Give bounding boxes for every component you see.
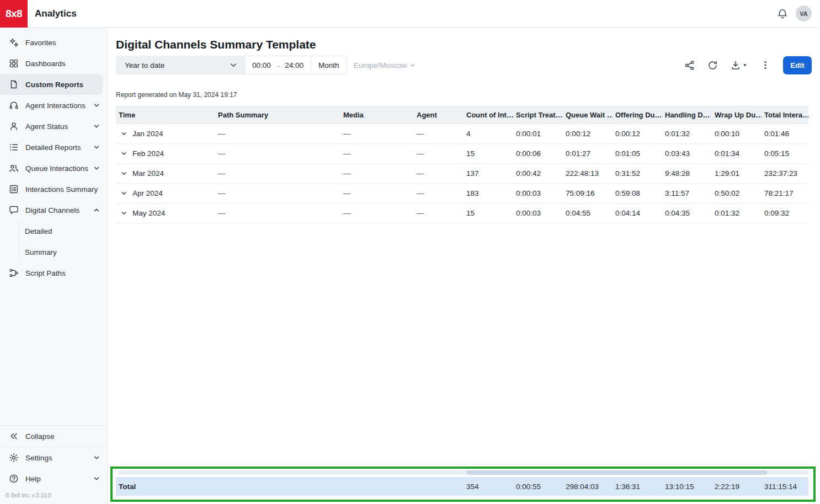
sidebar-item-summary[interactable]: Summary — [19, 242, 107, 262]
notifications-bell-icon[interactable] — [777, 8, 788, 19]
total-handling: 13:10:15 — [662, 482, 712, 491]
sidebar-item-dashboards[interactable]: Dashboards — [0, 53, 107, 74]
table-row[interactable]: Feb 2024 — — — 15 0:00:06 0:01:27 0:01:0… — [116, 144, 808, 164]
column-header-total[interactable]: Total Intera… — [762, 111, 808, 119]
sidebar-subitem-label: Detailed — [25, 227, 52, 235]
sidebar-item-label: Favorites — [25, 39, 56, 47]
total-count: 354 — [464, 482, 513, 491]
cell-handling: 0:03:43 — [662, 149, 712, 158]
cell-count: 15 — [464, 209, 513, 217]
sidebar-item-label: Agent Status — [25, 122, 68, 131]
column-header-handling[interactable]: Handling D… — [662, 111, 712, 119]
sidebar-collapse-button[interactable]: Collapse — [0, 426, 107, 447]
cell-media: — — [340, 149, 414, 158]
granularity-control[interactable]: Month — [311, 56, 347, 74]
sidebar-item-detailed-reports[interactable]: Detailed Reports — [0, 137, 107, 158]
column-header-queue-wait[interactable]: Queue Wait … — [563, 111, 613, 119]
cell-time: May 2024 — [132, 209, 165, 217]
total-offering: 1:36:31 — [613, 482, 662, 491]
sidebar-item-interactions-summary[interactable]: Interactions Summary — [0, 179, 107, 200]
chevron-down-icon — [93, 122, 100, 130]
app-layout: Favorites Dashboards Custom Reports Agen… — [0, 28, 820, 504]
column-header-wrap-up[interactable]: Wrap Up Du… — [712, 111, 762, 119]
download-icon[interactable] — [731, 60, 748, 70]
time-arrow: → — [274, 61, 282, 69]
sidebar-item-agent-interactions[interactable]: Agent Interactions — [0, 95, 107, 116]
row-expand-chevron-icon[interactable] — [120, 150, 127, 157]
sidebar: Favorites Dashboards Custom Reports Agen… — [0, 28, 108, 504]
total-wrap-up: 2:22:19 — [712, 482, 762, 491]
column-header-script-treatment[interactable]: Script Treat… — [513, 111, 563, 119]
row-expand-chevron-icon[interactable] — [120, 130, 127, 137]
sidebar-item-settings[interactable]: Settings — [0, 447, 107, 468]
cell-script-treatment: 0:00:42 — [513, 169, 563, 178]
cell-media: — — [340, 169, 414, 178]
row-expand-chevron-icon[interactable] — [120, 210, 127, 217]
table-row[interactable]: Apr 2024 — — — 183 0:00:03 75:09:16 0:59… — [116, 184, 808, 203]
people-icon — [9, 163, 19, 173]
cell-time: Mar 2024 — [132, 169, 164, 178]
sidebar-item-label: Interactions Summary — [25, 185, 98, 194]
report-table: Time Path Summary Media Agent Count of I… — [116, 106, 808, 223]
refresh-icon[interactable] — [707, 60, 718, 71]
sidebar-item-script-paths[interactable]: Script Paths — [0, 262, 107, 283]
cell-count: 183 — [464, 189, 513, 197]
brand-logo[interactable]: 8x8 — [0, 0, 28, 28]
flow-icon — [9, 268, 19, 278]
column-header-path-summary[interactable]: Path Summary — [215, 111, 340, 119]
sidebar-item-custom-reports[interactable]: Custom Reports — [0, 74, 103, 95]
cell-script-treatment: 0:00:01 — [513, 130, 563, 138]
chevron-down-icon — [229, 61, 238, 69]
cell-agent: — — [414, 209, 464, 217]
cell-wrap-up: 1:29:01 — [712, 169, 762, 178]
column-header-agent[interactable]: Agent — [414, 111, 464, 119]
sidebar-item-agent-status[interactable]: Agent Status — [0, 116, 107, 137]
cell-count: 4 — [464, 130, 513, 138]
total-queue-wait: 298:04:03 — [563, 482, 613, 491]
time-range-control[interactable]: 00:00 → 24:00 — [244, 56, 311, 74]
sidebar-item-digital-channels[interactable]: Digital Channels — [0, 200, 107, 221]
row-expand-chevron-icon[interactable] — [120, 190, 127, 197]
row-expand-chevron-icon[interactable] — [120, 170, 127, 177]
chat-bubble-icon — [9, 205, 19, 215]
custom-reports-icon — [9, 79, 19, 89]
sidebar-item-queue-interactions[interactable]: Queue Interactions — [0, 158, 107, 179]
table-row[interactable]: Mar 2024 — — — 137 0:00:42 222:48:13 0:3… — [116, 164, 808, 184]
cell-media: — — [340, 130, 414, 138]
sidebar-item-label: Script Paths — [25, 269, 66, 277]
sidebar-item-favorites[interactable]: Favorites — [0, 32, 107, 53]
cell-media: — — [340, 209, 414, 217]
total-interaction-duration: 311:15:14 — [762, 482, 808, 491]
table-row[interactable]: May 2024 — — — 15 0:00:03 0:04:55 0:04:1… — [116, 203, 808, 223]
cell-path-summary: — — [215, 149, 340, 158]
column-header-media[interactable]: Media — [340, 111, 414, 119]
chevron-down-icon — [409, 62, 416, 68]
horizontal-scrollbar-thumb[interactable] — [466, 470, 767, 475]
horizontal-scrollbar[interactable] — [119, 470, 808, 475]
chevron-down-icon — [93, 164, 100, 172]
cell-wrap-up: 0:00:10 — [712, 130, 762, 138]
column-header-offering[interactable]: Offering Du… — [613, 111, 662, 119]
sidebar-item-label: Help — [25, 475, 41, 483]
share-icon[interactable] — [684, 60, 695, 71]
table-row[interactable]: Jan 2024 — — — 4 0:00:01 0:00:12 0:00:12… — [116, 124, 808, 144]
edit-button[interactable]: Edit — [783, 56, 812, 74]
cell-time: Apr 2024 — [132, 189, 163, 197]
timezone-selector[interactable]: Europe/Moscow — [354, 61, 416, 69]
sidebar-item-help[interactable]: Help — [0, 468, 107, 489]
date-range-dropdown[interactable]: Year to date — [116, 56, 244, 74]
headset-icon — [9, 100, 19, 110]
kebab-menu-icon[interactable] — [760, 60, 770, 70]
list-icon — [9, 142, 19, 152]
cell-queue-wait: 222:48:13 — [563, 169, 613, 178]
app-title: Analytics — [35, 8, 77, 19]
sidebar-item-detailed[interactable]: Detailed — [19, 221, 107, 242]
avatar[interactable]: VA — [796, 6, 812, 22]
cell-agent: — — [414, 130, 464, 138]
column-header-count[interactable]: Count of Int… — [464, 111, 513, 119]
cell-offering: 0:04:14 — [613, 209, 662, 217]
cell-offering: 0:01:05 — [613, 149, 662, 158]
column-header-time[interactable]: Time — [116, 111, 215, 119]
page-title: Digital Channels Summary Template — [116, 38, 820, 51]
sidebar-item-label: Dashboards — [25, 60, 66, 68]
